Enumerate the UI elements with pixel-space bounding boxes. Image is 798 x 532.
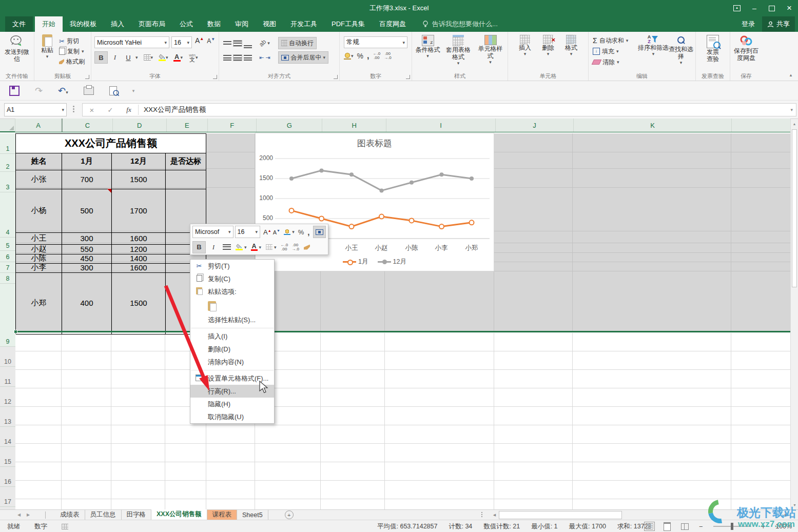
- sheet-tab-sheet5[interactable]: Sheet5: [237, 510, 268, 520]
- zoom-in-button[interactable]: +: [762, 523, 766, 530]
- cell-C3[interactable]: 700: [62, 170, 112, 189]
- sheet-tab-scores[interactable]: 成绩表: [55, 510, 85, 520]
- cell-A6[interactable]: 小赵: [16, 244, 62, 254]
- row-header-13[interactable]: 13: [0, 407, 16, 427]
- sign-in-link[interactable]: 登录: [742, 19, 755, 29]
- header-cell-target[interactable]: 是否达标: [166, 153, 206, 170]
- send-to-wechat-button[interactable]: 发送到微信: [3, 35, 31, 63]
- fill-button[interactable]: ↓填充▾: [593, 46, 628, 56]
- cancel-button[interactable]: ×: [83, 106, 101, 114]
- column-header-F[interactable]: F: [208, 119, 257, 132]
- cell-D6[interactable]: 1200: [112, 244, 166, 254]
- autosum-button[interactable]: Σ自动求和▾: [593, 35, 628, 46]
- mini-percent-button[interactable]: %: [298, 228, 304, 236]
- row-header-11[interactable]: 11: [0, 367, 16, 387]
- cell-C4[interactable]: 500: [62, 189, 112, 233]
- cell-A4[interactable]: 小杨: [16, 189, 62, 233]
- cell-C8[interactable]: 300: [62, 263, 112, 273]
- normal-view-button[interactable]: [646, 523, 653, 529]
- row-header-3[interactable]: 3: [0, 172, 16, 192]
- row-header-5[interactable]: 5: [0, 238, 16, 251]
- orientation-dropdown-arrow[interactable]: ▾: [267, 41, 270, 46]
- save-to-baidu-button[interactable]: 保存到百度网盘: [732, 35, 760, 62]
- merge-center-button[interactable]: 合并后居中▾: [278, 51, 328, 64]
- wrap-text-button[interactable]: 自动换行: [278, 37, 317, 49]
- italic-button[interactable]: I: [109, 52, 121, 63]
- menu-item-cut[interactable]: ✂剪切(T): [190, 260, 274, 272]
- clipboard-dialog-launcher[interactable]: [85, 75, 89, 79]
- cell-C9[interactable]: 400: [62, 272, 112, 334]
- select-all-corner[interactable]: [0, 119, 15, 132]
- cell-A3[interactable]: 小张: [16, 170, 62, 189]
- fill-color-button[interactable]: ▾: [159, 54, 168, 61]
- formula-bar-splitter[interactable]: [73, 106, 74, 112]
- cell-styles-button[interactable]: 单元格样式 ▾: [477, 35, 504, 65]
- name-box[interactable]: A1▾: [4, 103, 67, 116]
- formula-content[interactable]: XXX公司产品销售额: [139, 105, 206, 114]
- tab-data[interactable]: 数据: [200, 16, 228, 32]
- legend-item-dec[interactable]: 12月: [378, 258, 406, 266]
- find-select-button[interactable]: 查找和选择 ▾: [667, 35, 695, 65]
- horizontal-scroll-thumb[interactable]: [499, 511, 622, 519]
- menu-item-unhide[interactable]: 取消隐藏(U): [190, 410, 274, 423]
- shrink-font-button[interactable]: A▼: [207, 37, 215, 45]
- mini-accounting-button[interactable]: [284, 229, 290, 235]
- percent-style-button[interactable]: %: [357, 52, 363, 60]
- table-title-cell[interactable]: XXX公司产品销售额: [16, 134, 206, 153]
- decrease-indent-button[interactable]: ⇤: [259, 54, 264, 61]
- font-size-select[interactable]: 16▾: [171, 36, 192, 48]
- hscroll-right-arrow[interactable]: ▶: [782, 510, 790, 520]
- underline-button[interactable]: U: [122, 52, 134, 63]
- tab-view[interactable]: 视图: [256, 16, 283, 32]
- cell-A5[interactable]: 小王: [16, 232, 62, 245]
- cell-A7[interactable]: 小陈: [16, 254, 62, 264]
- zoom-level[interactable]: 100%: [775, 523, 792, 530]
- collapse-ribbon-button[interactable]: ▴: [787, 71, 795, 78]
- save-button[interactable]: [9, 86, 20, 96]
- cell-C7[interactable]: 450: [62, 254, 112, 264]
- delete-cells-button[interactable]: × 删除 ▾: [542, 35, 554, 56]
- redo-button[interactable]: ↷: [35, 85, 43, 96]
- column-header-J[interactable]: J: [496, 119, 574, 132]
- tab-baidu-netdisk[interactable]: 百度网盘: [372, 16, 413, 32]
- mini-font-color-button[interactable]: A: [251, 244, 258, 251]
- insert-cells-button[interactable]: 插入 ▾: [519, 35, 531, 56]
- row-header-14[interactable]: 14: [0, 427, 16, 447]
- tab-scrollbar-splitter[interactable]: [481, 512, 482, 517]
- share-button[interactable]: 共享: [762, 16, 795, 32]
- align-bottom-button[interactable]: [244, 45, 252, 49]
- sheet-tab-employees[interactable]: 员工信息: [85, 510, 122, 520]
- mini-grow-font-button[interactable]: A▲: [263, 228, 271, 236]
- cell-C5[interactable]: 300: [62, 232, 112, 245]
- page-break-view-button[interactable]: [681, 523, 689, 530]
- undo-button[interactable]: ↶▾: [58, 85, 68, 96]
- cell-D4[interactable]: 1700: [112, 189, 166, 233]
- header-cell-jan[interactable]: 1月: [62, 153, 112, 170]
- row-header-17[interactable]: 17: [0, 487, 16, 507]
- selection-fill-handle[interactable]: [14, 330, 17, 333]
- zoom-out-button[interactable]: −: [699, 523, 703, 530]
- number-format-select[interactable]: 常规▾: [344, 36, 407, 48]
- decrease-decimal-button[interactable]: .00→.0: [384, 52, 392, 60]
- column-header-I[interactable]: I: [386, 119, 495, 132]
- cell-A9[interactable]: 小郑: [16, 272, 62, 334]
- mini-fill-dropdown-arrow[interactable]: ▾: [244, 245, 247, 250]
- font-family-select[interactable]: Microsoft YaHei▾: [94, 36, 169, 48]
- align-middle-button[interactable]: [233, 40, 242, 47]
- paste-button[interactable]: 粘贴 ▾: [36, 34, 58, 59]
- scroll-down-arrow[interactable]: ▼: [791, 500, 798, 509]
- macro-record-icon[interactable]: [62, 524, 68, 529]
- mini-fill-color-button[interactable]: [236, 244, 243, 250]
- sheet-tab-tianzige[interactable]: 田字格: [122, 510, 152, 520]
- font-color-button[interactable]: A▾: [173, 54, 183, 62]
- qat-customize-button[interactable]: ▾: [132, 88, 135, 93]
- tab-review[interactable]: 审阅: [228, 16, 256, 32]
- mini-borders-dropdown-arrow[interactable]: ▾: [274, 245, 277, 250]
- align-right-button[interactable]: [244, 55, 252, 61]
- underline-dropdown-arrow[interactable]: ▾: [135, 55, 138, 60]
- minimize-button[interactable]: –: [746, 2, 763, 15]
- align-left-button[interactable]: [223, 55, 231, 61]
- row-header-16[interactable]: 16: [0, 467, 16, 487]
- row-header-1[interactable]: 1: [0, 133, 16, 154]
- sheet-tab-sales-active[interactable]: XXX公司销售额: [151, 509, 207, 521]
